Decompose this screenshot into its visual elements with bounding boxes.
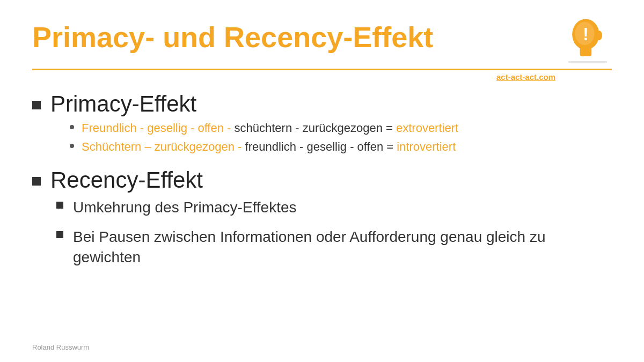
header-divider xyxy=(32,69,612,70)
primacy-result-2: introvertiert xyxy=(397,140,456,153)
recency-subitem-1-text: Umkehrung des Primacy-Effektes xyxy=(73,197,612,218)
recency-subitem-2-text: Bei Pausen zwischen Informationen oder A… xyxy=(73,227,612,268)
primacy-subitems: Freundlich - gesellig - offen - schüchte… xyxy=(70,120,612,156)
primacy-bullet xyxy=(32,101,41,109)
head-exclamation-icon: ! xyxy=(564,16,612,64)
recency-heading: Recency-Effekt xyxy=(32,167,612,193)
primacy-subitem-1-text: Freundlich - gesellig - offen - schüchte… xyxy=(82,120,458,137)
recency-subitems: Umkehrung des Primacy-Effektes Bei Pause… xyxy=(56,197,612,268)
svg-text:!: ! xyxy=(583,25,589,44)
primacy-heading: Primacy-Effekt xyxy=(32,91,612,117)
primacy-subitem-2: Schüchtern – zurückgezogen - freundlich … xyxy=(70,139,612,156)
primacy-orange-1: Freundlich - gesellig - offen - xyxy=(82,121,235,135)
dot-1 xyxy=(70,125,74,129)
primacy-dark-2: freundlich - gesellig - offen = xyxy=(245,140,397,153)
recency-bullet xyxy=(32,177,41,186)
svg-rect-1 xyxy=(580,48,592,56)
primacy-subitem-1: Freundlich - gesellig - offen - schüchte… xyxy=(70,120,612,137)
primacy-title-text: Primacy-Effekt xyxy=(50,91,196,117)
page-title: Primacy- und Recency-Effekt xyxy=(32,16,433,53)
logo-block: ! xyxy=(553,16,612,64)
website-link[interactable]: act-act-act.com xyxy=(32,72,555,82)
dot-2 xyxy=(70,144,74,148)
recency-section: Recency-Effekt Umkehrung des Primacy-Eff… xyxy=(32,167,612,268)
slide: Primacy- und Recency-Effekt ! act-act-ac… xyxy=(0,0,644,362)
content-area: Primacy-Effekt Freundlich - gesellig - o… xyxy=(32,91,612,268)
primacy-subitem-2-text: Schüchtern – zurückgezogen - freundlich … xyxy=(82,139,456,156)
footer-credit: Roland Russwurm xyxy=(32,343,89,351)
header-area: Primacy- und Recency-Effekt ! xyxy=(32,16,612,64)
recency-subbullet-2 xyxy=(56,231,63,238)
svg-point-4 xyxy=(596,31,602,40)
recency-subitem-1: Umkehrung des Primacy-Effektes xyxy=(56,197,612,218)
primacy-dark-1: schüchtern - zurückgezogen = xyxy=(235,121,396,135)
primacy-result-1: extrovertiert xyxy=(396,121,458,135)
recency-subbullet-1 xyxy=(56,202,63,209)
recency-subitem-2: Bei Pausen zwischen Informationen oder A… xyxy=(56,227,612,268)
primacy-orange-2: Schüchtern – zurückgezogen - xyxy=(82,140,245,153)
recency-title-text: Recency-Effekt xyxy=(50,167,203,193)
primacy-section: Primacy-Effekt Freundlich - gesellig - o… xyxy=(32,91,612,156)
